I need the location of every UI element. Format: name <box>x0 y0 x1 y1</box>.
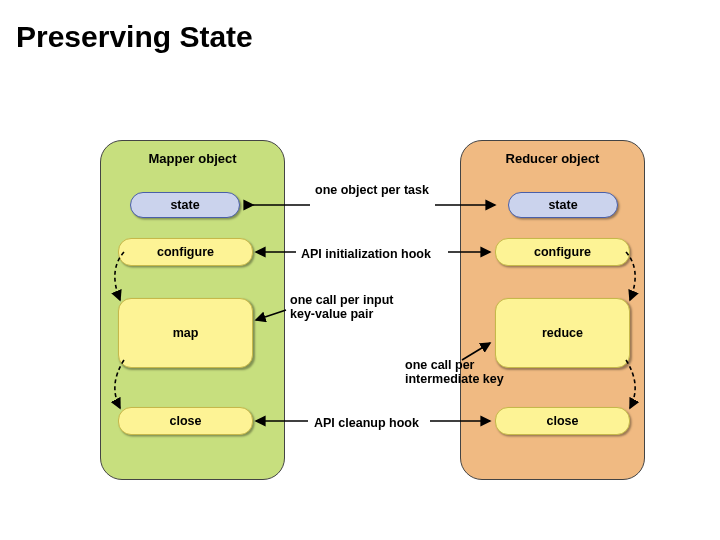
mapper-title: Mapper object <box>101 151 284 166</box>
mapper-configure-node: configure <box>118 238 253 266</box>
reducer-configure-node: configure <box>495 238 630 266</box>
label-api-init: API initialization hook <box>301 247 431 261</box>
label-one-object: one object per task <box>315 183 429 197</box>
label-one-call-intermed: one call perintermediate key <box>405 358 504 387</box>
mapper-state-node: state <box>130 192 240 218</box>
slide-title: Preserving State <box>16 20 253 54</box>
mapper-close-node: close <box>118 407 253 435</box>
reducer-reduce-node: reduce <box>495 298 630 368</box>
label-api-cleanup: API cleanup hook <box>314 416 419 430</box>
mapper-map-node: map <box>118 298 253 368</box>
reducer-title: Reducer object <box>461 151 644 166</box>
reducer-state-node: state <box>508 192 618 218</box>
label-one-call-input: one call per inputkey-value pair <box>290 293 394 322</box>
reducer-close-node: close <box>495 407 630 435</box>
